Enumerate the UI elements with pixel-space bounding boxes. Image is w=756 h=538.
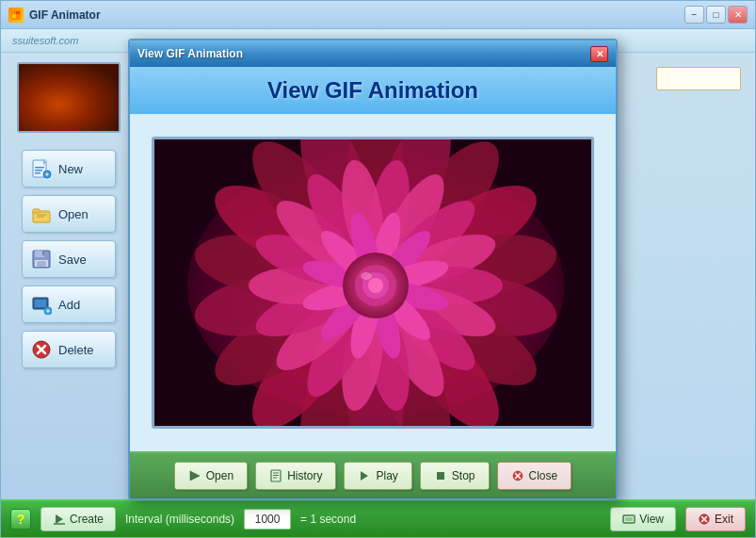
svg-rect-26 — [48, 310, 49, 313]
modal-footer: Open History Pl — [130, 451, 616, 498]
modal-header: View GIF Animation — [130, 67, 616, 114]
svg-rect-7 — [35, 170, 42, 171]
modal-close-footer-button[interactable]: Close — [497, 462, 572, 490]
svg-rect-6 — [35, 167, 44, 169]
modal-stop-label: Stop — [452, 469, 475, 482]
svg-rect-19 — [42, 251, 44, 255]
svg-rect-1 — [12, 14, 16, 18]
svg-point-91 — [361, 272, 372, 280]
create-icon — [53, 513, 66, 526]
modal-close-footer-label: Close — [529, 469, 558, 482]
exit-button[interactable]: Exit — [685, 507, 746, 531]
save-button[interactable]: Save — [22, 240, 116, 278]
status-bar: ? Create Interval (milliseconds) = 1 sec… — [1, 499, 755, 537]
modal-close-footer-icon — [511, 469, 524, 482]
company-name: ssuitesoft.com — [12, 35, 78, 46]
save-label: Save — [58, 253, 87, 267]
modal-play-icon — [358, 469, 371, 482]
svg-rect-23 — [35, 300, 46, 307]
svg-marker-30 — [56, 514, 63, 524]
app-window: GIF Animator − □ ✕ ssuitesoft.com — [0, 0, 756, 538]
create-button[interactable]: Create — [40, 507, 116, 531]
modal-history-icon — [269, 469, 282, 482]
right-input — [656, 67, 741, 90]
svg-marker-92 — [190, 471, 200, 481]
interval-label: Interval (milliseconds) — [125, 513, 234, 526]
modal-play-button[interactable]: Play — [344, 462, 411, 490]
open-button[interactable]: Open — [22, 195, 116, 233]
modal-history-button[interactable]: History — [255, 462, 336, 490]
maximize-button[interactable]: □ — [706, 6, 726, 24]
thumbnail-area — [17, 62, 121, 133]
modal-history-label: History — [287, 469, 322, 482]
svg-rect-2 — [16, 11, 20, 14]
modal-open-icon — [188, 469, 201, 482]
svg-marker-97 — [361, 471, 368, 481]
exit-label: Exit — [715, 513, 733, 526]
delete-icon — [30, 338, 53, 361]
add-label: Add — [58, 298, 80, 312]
thumbnail-image — [19, 64, 119, 131]
add-button[interactable]: Add — [22, 285, 116, 323]
equals-label: = 1 second — [300, 513, 356, 526]
view-label: View — [639, 513, 664, 526]
modal-stop-icon — [434, 469, 447, 482]
svg-rect-33 — [625, 517, 633, 521]
new-icon — [30, 157, 53, 180]
create-label: Create — [70, 513, 104, 526]
modal-open-label: Open — [206, 469, 233, 482]
dahlia-svg — [154, 139, 594, 429]
app-title: GIF Animator — [29, 8, 684, 22]
add-icon — [30, 293, 53, 316]
modal-close-button[interactable]: ✕ — [590, 46, 608, 62]
new-label: New — [58, 162, 83, 176]
delete-button[interactable]: Delete — [22, 331, 116, 368]
modal-open-button[interactable]: Open — [174, 462, 248, 490]
open-icon — [30, 203, 53, 225]
modal-body — [130, 114, 616, 451]
interval-input[interactable] — [244, 509, 291, 530]
svg-rect-98 — [437, 472, 444, 480]
save-icon — [30, 248, 53, 270]
delete-label: Delete — [58, 343, 94, 357]
svg-rect-14 — [33, 211, 50, 213]
view-icon — [622, 513, 635, 526]
app-icon — [8, 8, 24, 23]
gif-display — [152, 137, 594, 429]
exit-icon — [698, 513, 711, 526]
window-controls: − □ ✕ — [684, 6, 748, 24]
svg-point-90 — [368, 278, 383, 293]
svg-rect-8 — [35, 172, 40, 174]
title-bar: GIF Animator − □ ✕ — [1, 1, 755, 29]
view-button[interactable]: View — [610, 507, 676, 531]
close-button[interactable]: ✕ — [728, 6, 748, 24]
svg-rect-11 — [47, 173, 48, 176]
modal-title-bar: View GIF Animation ✕ — [130, 41, 616, 67]
modal-play-label: Play — [376, 469, 397, 482]
modal-dialog: View GIF Animation ✕ View GIF Animation — [128, 39, 618, 500]
left-sidebar: New Open — [1, 53, 137, 501]
minimize-button[interactable]: − — [684, 6, 704, 24]
modal-title: View GIF Animation — [137, 47, 590, 60]
svg-rect-21 — [38, 262, 45, 266]
new-button[interactable]: New — [22, 150, 116, 187]
modal-header-title: View GIF Animation — [267, 77, 478, 104]
open-label: Open — [58, 207, 88, 221]
modal-stop-button[interactable]: Stop — [420, 462, 490, 490]
help-button[interactable]: ? — [10, 509, 31, 530]
